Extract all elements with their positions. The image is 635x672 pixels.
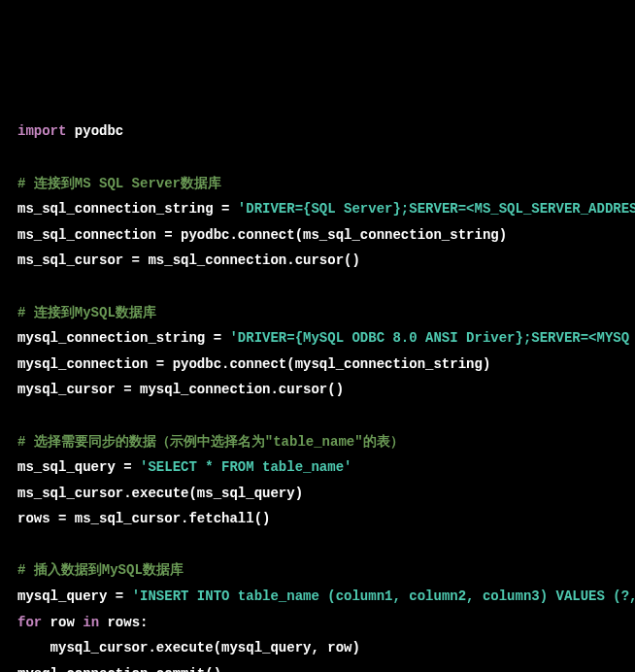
code-line [17,403,618,429]
code-token: 'DRIVER={SQL Server};SERVER=<MS_SQL_SERV… [238,201,635,217]
code-line: # 选择需要同步的数据（示例中选择名为"table_name"的表） [17,429,618,455]
code-line: mysql_cursor = mysql_connection.cursor() [17,377,618,403]
code-line: rows = ms_sql_cursor.fetchall() [17,506,618,532]
code-line: mysql_connection_string = 'DRIVER={MySQL… [17,325,618,352]
code-token: ms_sql_connection_string = [17,201,238,217]
code-line: ms_sql_cursor = ms_sql_connection.cursor… [17,248,618,274]
code-line: mysql_query = 'INSERT INTO table_name (c… [17,584,618,610]
code-token: in [83,615,99,630]
code-token: # 连接到MySQL数据库 [17,305,156,320]
code-token: mysql_connection_string = [17,330,229,346]
code-line: # 插入数据到MySQL数据库 [17,557,618,584]
code-line: ms_sql_connection_string = 'DRIVER={SQL … [17,196,618,222]
code-token: ms_sql_query = [17,459,140,475]
code-token: # 连接到MS SQL Server数据库 [17,176,221,191]
code-token: for [17,615,42,630]
code-token: mysql_connection = pyodbc.connect(mysql_… [17,356,490,372]
code-token: mysql_connection.commit() [17,666,221,672]
code-line: ms_sql_cursor.execute(ms_sql_query) [17,481,618,507]
code-line: ms_sql_query = 'SELECT * FROM table_name… [17,454,618,481]
code-token: mysql_query = [17,588,132,604]
code-token: # 选择需要同步的数据（示例中选择名为"table_name"的表） [17,434,404,450]
code-token: 'INSERT INTO table_name (column1, column… [132,588,635,604]
code-block: import pyodbc # 连接到MS SQL Server数据库ms_sq… [17,118,618,672]
code-line: mysql_connection = pyodbc.connect(mysql_… [17,352,618,378]
code-token: pyodbc [66,123,123,139]
code-line: # 连接到MySQL数据库 [17,300,618,326]
code-token: row [42,615,83,630]
code-line: mysql_cursor.execute(mysql_query, row) [17,635,618,661]
code-token: 'DRIVER={MySQL ODBC 8.0 ANSI Driver};SER… [229,330,629,346]
code-token: ms_sql_cursor.execute(ms_sql_query) [17,486,303,501]
code-token: 'SELECT * FROM table_name' [140,459,351,475]
code-line [17,274,618,300]
code-line [17,532,618,558]
code-token: ms_sql_cursor = ms_sql_connection.cursor… [17,252,360,268]
code-token: import [17,123,66,139]
code-line: mysql_connection.commit() [17,661,618,672]
code-token: rows: [99,615,148,630]
code-token: rows = ms_sql_cursor.fetchall() [17,511,270,526]
code-token: ms_sql_connection = pyodbc.connect(ms_sq… [17,227,507,243]
code-line: # 连接到MS SQL Server数据库 [17,171,618,197]
code-line: for row in rows: [17,610,618,636]
code-line: import pyodbc [17,118,618,145]
code-token: mysql_cursor = mysql_connection.cursor() [17,382,344,397]
code-line [17,145,618,171]
code-token: # 插入数据到MySQL数据库 [17,562,184,578]
code-token: mysql_cursor.execute(mysql_query, row) [17,640,360,655]
code-line: ms_sql_connection = pyodbc.connect(ms_sq… [17,222,618,249]
